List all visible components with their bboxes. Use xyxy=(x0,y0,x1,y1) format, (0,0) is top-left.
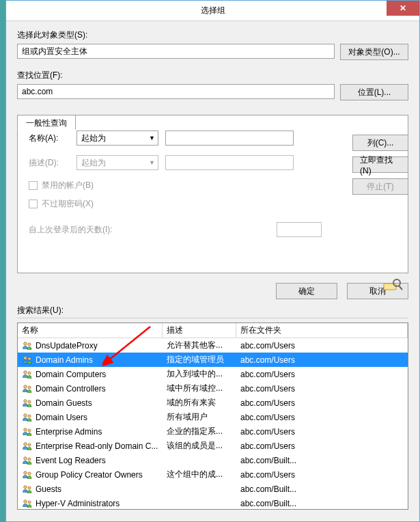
cell-loc: abc.com/Users xyxy=(236,384,408,394)
name-label: 名称(A): xyxy=(29,133,70,144)
cell-name: DnsUpdateProxy xyxy=(18,340,163,351)
svg-point-22 xyxy=(28,471,31,474)
svg-point-11 xyxy=(24,399,27,402)
cell-loc: abc.com/Users xyxy=(236,370,408,379)
desc-input xyxy=(165,155,294,170)
separator xyxy=(17,318,408,318)
close-icon: ✕ xyxy=(400,3,406,13)
group-icon xyxy=(22,369,33,380)
cell-desc: 加入到域中的... xyxy=(163,368,236,380)
group-icon xyxy=(22,398,33,409)
cell-name: Group Policy Creator Owners xyxy=(18,469,163,480)
cell-name: Guests xyxy=(18,484,163,495)
disabled-accounts-label: 禁用的帐户(B) xyxy=(42,180,94,191)
non-expiring-password-label: 不过期密码(X) xyxy=(42,198,94,210)
name-operator-combo[interactable]: 起始为 ▼ xyxy=(76,130,158,146)
svg-point-14 xyxy=(28,414,31,417)
cell-loc: abc.com/Built... xyxy=(236,499,408,508)
cell-name: Domain Users xyxy=(18,412,163,423)
cell-name: Event Log Readers xyxy=(18,455,163,466)
table-row[interactable]: Domain Computers加入到域中的...abc.com/Users xyxy=(18,367,408,381)
group-icon xyxy=(22,383,33,394)
svg-point-9 xyxy=(24,385,27,388)
svg-point-18 xyxy=(28,443,31,445)
table-row[interactable]: Domain Controllers域中所有域控...abc.com/Users xyxy=(18,381,408,396)
titlebar: 选择组 ✕ xyxy=(6,1,419,21)
ok-button[interactable]: 确定 xyxy=(276,283,337,299)
col-loc[interactable]: 所在文件夹 xyxy=(236,323,408,338)
chevron-down-icon: ▼ xyxy=(149,135,155,141)
svg-point-26 xyxy=(28,500,31,503)
svg-point-16 xyxy=(28,428,31,431)
window-title: 选择组 xyxy=(6,5,419,16)
cell-desc: 允许替其他客... xyxy=(163,340,236,351)
desc-operator-combo: 起始为 ▼ xyxy=(76,155,158,170)
table-row[interactable]: Hyper-V Administratorsabc.com/Built... xyxy=(18,496,408,509)
table-row[interactable]: Domain Users所有域用户abc.com/Users xyxy=(18,410,408,424)
object-types-button[interactable]: 对象类型(O)... xyxy=(340,44,408,60)
col-desc[interactable]: 描述 xyxy=(163,323,236,338)
svg-point-5 xyxy=(24,356,27,359)
dialog-content: 选择此对象类型(S): 组或内置安全主体 对象类型(O)... 查找位置(F):… xyxy=(6,21,419,515)
svg-point-3 xyxy=(24,342,27,345)
cell-loc: abc.com/Users xyxy=(236,441,408,451)
cell-desc: 企业的指定系... xyxy=(163,426,236,437)
svg-point-19 xyxy=(24,456,27,460)
object-type-field: 组或内置安全主体 xyxy=(17,44,335,59)
cell-desc: 这个组中的成... xyxy=(163,469,236,480)
cell-name: Domain Controllers xyxy=(18,383,163,394)
svg-point-7 xyxy=(24,370,27,374)
non-expiring-password-checkbox xyxy=(29,200,38,208)
name-input[interactable] xyxy=(165,130,294,146)
select-group-dialog: 选择组 ✕ 选择此对象类型(S): 组或内置安全主体 对象类型(O)... 查找… xyxy=(5,0,420,522)
table-row[interactable]: Enterprise Admins企业的指定系...abc.com/Users xyxy=(18,424,408,439)
table-row[interactable]: Group Policy Creator Owners这个组中的成...abc.… xyxy=(18,467,408,482)
svg-point-24 xyxy=(28,486,31,489)
table-row[interactable]: DnsUpdateProxy允许替其他客...abc.com/Users xyxy=(18,338,408,353)
locations-button[interactable]: 位置(L)... xyxy=(340,84,408,100)
chevron-down-icon: ▼ xyxy=(149,159,155,166)
table-row[interactable]: Guestsabc.com/Built... xyxy=(18,482,408,496)
svg-point-17 xyxy=(24,442,27,445)
cell-name: Hyper-V Administrators xyxy=(18,498,163,509)
search-results-label: 搜索结果(U): xyxy=(17,305,408,316)
svg-point-20 xyxy=(28,457,31,460)
table-row[interactable]: Domain Admins指定的域管理员abc.com/Users xyxy=(18,353,408,367)
close-button[interactable]: ✕ xyxy=(387,1,419,16)
svg-point-25 xyxy=(24,499,27,503)
group-icon xyxy=(22,426,33,437)
tab-general-query[interactable]: 一般性查询 xyxy=(17,115,76,130)
cell-loc: abc.com/Users xyxy=(236,427,408,437)
results-table: 名称 描述 所在文件夹 DnsUpdateProxy允许替其他客...abc.c… xyxy=(17,322,408,510)
group-icon xyxy=(22,498,33,509)
cell-loc: abc.com/Users xyxy=(236,341,408,351)
cell-loc: abc.com/Users xyxy=(236,355,408,365)
table-body[interactable]: DnsUpdateProxy允许替其他客...abc.com/Users Dom… xyxy=(18,338,408,509)
cell-desc: 域中所有域控... xyxy=(163,383,236,394)
object-type-label: 选择此对象类型(S): xyxy=(17,29,408,41)
days-since-logon-spin xyxy=(277,222,322,237)
stop-button: 停止(T) xyxy=(352,178,408,195)
find-now-button[interactable]: 立即查找(N) xyxy=(352,156,408,173)
location-field: abc.com xyxy=(17,84,335,99)
col-name[interactable]: 名称 xyxy=(18,323,163,338)
svg-point-10 xyxy=(28,385,31,388)
group-icon xyxy=(22,469,33,480)
svg-point-6 xyxy=(28,357,31,359)
svg-line-2 xyxy=(399,286,402,290)
cell-loc: abc.com/Users xyxy=(236,470,408,480)
svg-point-21 xyxy=(24,471,27,474)
table-row[interactable]: Event Log Readersabc.com/Built... xyxy=(18,453,408,467)
cell-desc: 域的所有来宾 xyxy=(163,397,236,409)
tab-panel: 名称(A): 起始为 ▼ 描述(D): 起始为 ▼ xyxy=(17,115,408,273)
cell-loc: abc.com/Users xyxy=(236,398,408,408)
group-icon xyxy=(22,455,33,466)
svg-point-4 xyxy=(28,342,31,345)
table-header: 名称 描述 所在文件夹 xyxy=(18,323,408,338)
cell-loc: abc.com/Built... xyxy=(236,484,408,494)
table-row[interactable]: Domain Guests域的所有来宾abc.com/Users xyxy=(18,396,408,410)
location-label: 查找位置(F): xyxy=(17,70,408,81)
group-icon xyxy=(22,412,33,423)
columns-button[interactable]: 列(C)... xyxy=(352,135,408,151)
table-row[interactable]: Enterprise Read-only Domain C...该组的成员是..… xyxy=(18,439,408,453)
